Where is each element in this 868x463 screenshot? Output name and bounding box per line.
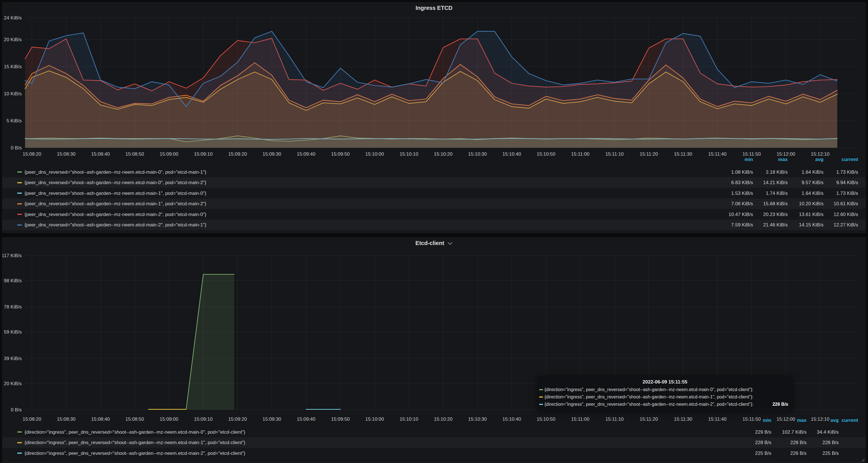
series-color-swatch-icon — [539, 404, 543, 405]
tooltip-series-row: {direction="ingress", peer_dns_reversed=… — [537, 401, 793, 408]
legend-stat-avg: 1.64 KiB/s — [802, 188, 824, 199]
legend-stat-max: 2.18 KiB/s — [766, 167, 788, 177]
legend-series-label[interactable]: {direction="ingress", peer_dns_reversed=… — [25, 427, 245, 437]
series-color-swatch-icon — [17, 453, 22, 454]
legend-stat-avg: 228 B/s — [823, 437, 839, 448]
tooltip-series-label: {direction="ingress", peer_dns_reversed=… — [545, 402, 753, 407]
legend-stat-max: 102.7 KiB/s — [782, 427, 807, 437]
legend-series-label[interactable]: {peer_dns_reversed="shoot--ash-garden--m… — [25, 167, 206, 177]
series-color-swatch-icon — [17, 442, 22, 443]
legend-stat-min: 7.59 KiB/s — [731, 220, 753, 230]
panel-resize-handle[interactable] — [860, 458, 865, 462]
legend-stat-max: 15.68 KiB/s — [763, 199, 788, 209]
chart-tooltip: 2022-06-09 15:11:55 {direction="ingress"… — [537, 377, 793, 411]
legend-stat-avg: 225 B/s — [823, 448, 839, 459]
panel-ingress-etcd: Ingress ETCD 15:08:2015:08:3015:08:4015:… — [2, 2, 866, 233]
legend-table-ingress-etcd: minmaxavgcurrent{peer_dns_reversed="shoo… — [3, 3, 865, 233]
legend-stat-min: 6.83 KiB/s — [731, 177, 753, 188]
legend-stat-current: 9.94 KiB/s — [836, 177, 859, 188]
legend-stat-max: 1.74 KiB/s — [766, 188, 788, 199]
series-color-swatch-icon — [17, 171, 22, 173]
tooltip-rows: {direction="ingress", peer_dns_reversed=… — [537, 386, 793, 408]
legend-stat-avg: 1.64 KiB/s — [802, 167, 824, 177]
legend-stat-max: 14.21 KiB/s — [763, 177, 788, 188]
legend-series-label[interactable]: {peer_dns_reversed="shoot--ash-garden--m… — [25, 188, 206, 199]
legend-header-min[interactable]: min — [763, 417, 771, 423]
legend-stat-min: 10.47 KiB/s — [728, 209, 753, 220]
legend-stat-current: 1.73 KiB/s — [836, 188, 859, 199]
legend-stat-max: 21.46 KiB/s — [763, 220, 788, 230]
legend-stat-max: 228 B/s — [790, 437, 807, 448]
legend-series-label[interactable]: {peer_dns_reversed="shoot--ash-garden--m… — [25, 177, 206, 188]
legend-series-label[interactable]: {peer_dns_reversed="shoot--ash-garden--m… — [25, 209, 206, 220]
legend-header-min[interactable]: min — [745, 157, 753, 163]
legend-header-avg[interactable]: avg — [815, 157, 824, 163]
tooltip-timestamp: 2022-06-09 15:11:55 — [537, 377, 793, 385]
legend-stat-min: 229 B/s — [755, 427, 771, 437]
legend-header-current[interactable]: current — [841, 417, 858, 423]
series-color-swatch-icon — [17, 225, 22, 226]
legend-stat-avg: 9.57 KiB/s — [802, 177, 824, 188]
series-color-swatch-icon — [17, 431, 22, 433]
panel-title-etcd-client[interactable]: Etcd-client — [3, 240, 865, 247]
legend-stat-max: 20.23 KiB/s — [763, 209, 788, 220]
series-color-swatch-icon — [539, 397, 543, 398]
legend-stat-current: 12.60 KiB/s — [834, 209, 858, 220]
legend-stat-avg: 14.15 KiB/s — [799, 220, 824, 230]
legend-header-max[interactable]: max — [778, 157, 788, 163]
legend-stat-min: 1.08 KiB/s — [731, 167, 753, 177]
legend-stat-min: 225 B/s — [755, 448, 771, 459]
series-color-swatch-icon — [539, 389, 543, 390]
panel-title-text: Ingress ETCD — [415, 5, 452, 11]
legend-series-label[interactable]: {direction="ingress", peer_dns_reversed=… — [25, 448, 245, 459]
legend-stat-max: 226 B/s — [790, 448, 807, 459]
legend-stat-min: 228 B/s — [755, 437, 771, 448]
legend-series-label[interactable]: {direction="ingress", peer_dns_reversed=… — [25, 437, 245, 448]
tooltip-series-row: {direction="ingress", peer_dns_reversed=… — [537, 393, 793, 401]
tooltip-series-row: {direction="ingress", peer_dns_reversed=… — [537, 386, 793, 393]
series-color-swatch-icon — [17, 182, 22, 183]
series-color-swatch-icon — [17, 203, 22, 204]
legend-stat-min: 1.53 KiB/s — [731, 188, 753, 199]
tooltip-series-value: 226 B/s — [772, 401, 788, 408]
tooltip-series-label: {direction="ingress", peer_dns_reversed=… — [545, 387, 753, 392]
tooltip-series-label: {direction="ingress", peer_dns_reversed=… — [545, 395, 753, 399]
panel-title-text: Etcd-client — [415, 240, 444, 246]
legend-series-label[interactable]: {peer_dns_reversed="shoot--ash-garden--m… — [25, 199, 206, 209]
legend-stat-avg: 34.4 KiB/s — [817, 427, 839, 437]
chevron-down-icon — [447, 242, 453, 245]
legend-header-avg[interactable]: avg — [831, 417, 839, 423]
legend-stat-current: 10.61 KiB/s — [834, 199, 858, 209]
series-color-swatch-icon — [17, 214, 22, 215]
legend-series-label[interactable]: {peer_dns_reversed="shoot--ash-garden--m… — [25, 220, 206, 230]
legend-header-max[interactable]: max — [797, 417, 807, 423]
legend-stat-min: 7.06 KiB/s — [731, 199, 753, 209]
legend-stat-avg: 10.20 KiB/s — [799, 199, 824, 209]
legend-stat-current: 12.27 KiB/s — [834, 220, 858, 230]
series-color-swatch-icon — [17, 193, 22, 194]
legend-stat-avg: 13.61 KiB/s — [799, 209, 824, 220]
legend-stat-current: 1.73 KiB/s — [836, 167, 859, 177]
panel-etcd-client: Etcd-client 15:08:2015:08:3015:08:4015:0… — [2, 237, 866, 463]
panel-title-ingress-etcd[interactable]: Ingress ETCD — [3, 5, 865, 11]
legend-table-etcd-client: minmaxavgcurrent{direction="ingress", pe… — [3, 238, 865, 463]
grafana-dashboard: { "panels": [ { "title": "Ingress ETCD",… — [0, 0, 868, 463]
legend-header-current[interactable]: current — [841, 157, 858, 163]
